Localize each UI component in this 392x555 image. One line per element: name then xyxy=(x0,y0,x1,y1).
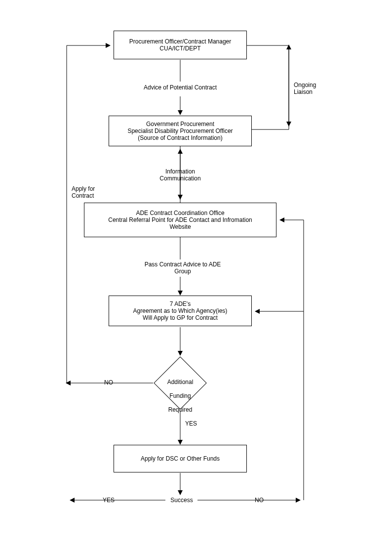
label-success: Success xyxy=(167,497,196,504)
flowchart-canvas: Procurement Officer/Contract Manager CUA… xyxy=(0,0,392,555)
decision-text: Additional Funding Required xyxy=(156,372,205,420)
box5-line1: Apply for DSC or Other Funds xyxy=(141,455,220,462)
label-no-right: NO xyxy=(252,497,267,504)
label-yes-below: YES xyxy=(185,420,205,427)
box1-line1: Procurement Officer/Contract Manager xyxy=(129,38,232,45)
label-ongoing-liaison: Ongoing Liaison xyxy=(294,82,328,95)
box3-line3: Website xyxy=(169,223,191,230)
box2-line1: Government Procurement xyxy=(146,121,214,128)
box4-line1: 7 ADE's xyxy=(170,300,191,307)
box3-line1: ADE Contract Coordination Office xyxy=(136,210,224,216)
box-government-procurement: Government Procurement Specialist Disabi… xyxy=(109,116,252,146)
box1-line2: CUA/ICT/DEPT xyxy=(159,45,200,52)
box-ade-coordination: ADE Contract Coordination Office Central… xyxy=(84,203,276,237)
box-7-ades: 7 ADE's Agreement as to Which Agency(ies… xyxy=(109,296,252,326)
box-apply-dsc: Apply for DSC or Other Funds xyxy=(114,445,247,472)
box2-line2: Specialist Disability Procurement Office… xyxy=(127,128,233,134)
box3-line2: Central Referral Point for ADE Contact a… xyxy=(108,216,252,223)
decision-line2: Funding xyxy=(156,392,205,399)
decision-line1: Additional xyxy=(156,379,205,385)
label-pass-contract: Pass Contract Advice to ADE Group xyxy=(133,261,232,275)
label-no-left: NO xyxy=(101,379,116,386)
box4-line2: Agreement as to Which Agency(ies) xyxy=(133,307,228,314)
label-yes-left: YES xyxy=(99,497,118,504)
label-advice-potential: Advice of Potential Contract xyxy=(133,84,227,91)
label-information-communication: Information Communication xyxy=(148,168,212,182)
decision-line3: Required xyxy=(156,406,205,413)
box4-line3: Will Apply to GP for Contract xyxy=(143,314,218,321)
label-apply-for-contract: Apply for Contract xyxy=(72,185,106,199)
box-procurement-officer: Procurement Officer/Contract Manager CUA… xyxy=(114,31,247,59)
box2-line3: (Source of Contract Information) xyxy=(138,134,222,141)
